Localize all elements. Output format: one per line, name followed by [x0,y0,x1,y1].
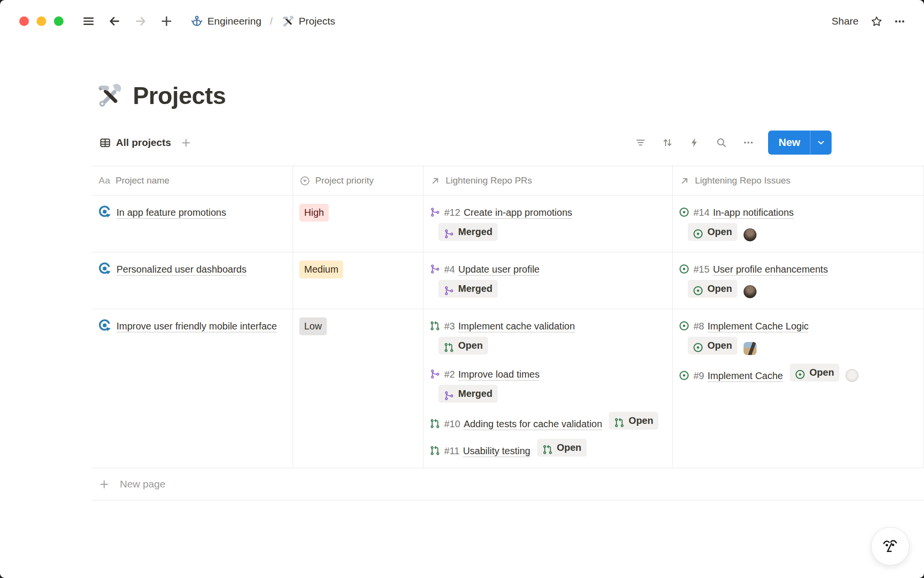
hammer-wrench-page-icon[interactable] [95,82,123,110]
issue-open-icon [679,260,689,270]
assignee-avatar[interactable] [744,285,757,298]
column-header-3[interactable]: Lightening Repo Issues [673,166,924,195]
add-view-button[interactable] [177,133,195,152]
menu-button[interactable] [79,12,98,31]
view-tab-all-projects[interactable]: All projects [98,135,172,151]
prs-cell[interactable]: #12Create in-app promotionsMerged [424,196,673,252]
issues-cell[interactable]: #8Implement Cache LogicOpen#9Implement C… [673,309,924,468]
assignee-avatar[interactable] [846,369,859,382]
forward-button[interactable] [131,12,150,31]
pr-entry: #12Create in-app promotionsMerged [430,202,666,246]
priority-cell[interactable]: Low [293,309,424,468]
project-name-link[interactable]: Personalized user dashboards [116,264,246,276]
database-table: AaProject nameProject priorityLightening… [92,166,924,500]
column-header-1[interactable]: Project priority [293,166,424,195]
external-link-icon [680,176,690,186]
project-name-cell[interactable]: In app feature promotions [92,196,293,252]
search-button[interactable] [711,133,732,152]
pr-status-pill[interactable]: Merged [438,385,498,403]
priority-tag[interactable]: Medium [299,261,343,278]
prs-cell[interactable]: #4Update user profileMerged [424,252,673,309]
issues-cell[interactable]: #15User profile enhancementsOpen [673,252,924,309]
sort-button[interactable] [657,133,678,152]
pr-status-pill[interactable]: Open [609,412,658,430]
pr-status-pill[interactable]: Open [537,439,587,457]
pr-link[interactable]: Improve load times [458,369,539,381]
hammer-wrench-icon [282,15,295,28]
anchor-icon [191,15,203,27]
share-button[interactable]: Share [827,13,863,30]
breadcrumb-page-label: Projects [299,15,335,27]
issue-open-icon [679,367,689,377]
pr-status-pill[interactable]: Merged [438,280,498,298]
status-label: Open [557,439,581,457]
traffic-light-minimize[interactable] [37,16,46,26]
project-icon [98,204,111,217]
pr-link[interactable]: Implement cache validation [458,321,575,332]
git-merge-icon [430,365,440,375]
issue-link[interactable]: User profile enhancements [713,264,828,276]
more-button[interactable] [738,133,758,152]
assignee-avatar[interactable] [744,342,757,355]
column-header-0[interactable]: AaProject name [92,166,293,195]
new-button[interactable]: New [768,131,810,155]
pr-link[interactable]: Create in-app promotions [463,207,572,219]
project-icon [98,261,111,274]
pr-number: #2 [444,369,455,380]
priority-tag[interactable]: High [299,204,329,222]
issue-status-pill[interactable]: Open [688,280,737,298]
project-name-link[interactable]: Improve user friendly mobile interface [116,321,277,332]
pr-number: #11 [444,446,460,456]
project-name-cell[interactable]: Improve user friendly mobile interface [92,309,293,468]
new-page-row[interactable]: New page [92,468,924,500]
pr-link[interactable]: Usability testing [463,446,530,457]
plus-icon [99,479,110,490]
traffic-light-close[interactable] [19,16,29,26]
status-label: Open [809,364,834,381]
issue-status-pill[interactable]: Open [688,337,737,355]
issue-open-icon [679,317,689,327]
automations-button[interactable] [684,133,705,152]
back-button[interactable] [105,12,124,31]
notion-ai-button[interactable] [871,527,910,565]
column-header-2[interactable]: Lightening Repo PRs [424,166,673,195]
issues-cell[interactable]: #14In-app notificationsOpen [673,196,924,252]
pr-link[interactable]: Update user profile [458,264,539,276]
traffic-light-zoom[interactable] [54,16,64,26]
priority-cell[interactable]: High [293,196,424,252]
page-title[interactable]: Projects [133,83,226,109]
breadcrumb-workspace[interactable]: Engineering [188,13,264,29]
breadcrumb-page[interactable]: Projects [279,13,338,30]
favorite-star-icon[interactable] [866,12,886,31]
priority-cell[interactable]: Medium [293,252,424,309]
issue-link[interactable]: Implement Cache Logic [707,321,808,332]
priority-tag[interactable]: Low [299,317,327,335]
status-label: Merged [458,385,492,403]
pr-status-pill[interactable]: Open [438,337,488,355]
git-pr-icon [444,341,454,351]
filter-button[interactable] [630,133,651,152]
issue-status-pill[interactable]: Open [790,364,839,381]
view-toolbar-icons [630,133,758,152]
project-icon [98,318,111,331]
assignee-avatar[interactable] [744,228,757,241]
more-options-icon[interactable] [889,12,910,31]
pr-status-pill[interactable]: Merged [438,223,498,241]
project-name-cell[interactable]: Personalized user dashboards [92,252,293,309]
issue-status-pill[interactable]: Open [688,223,737,241]
issue-link[interactable]: In-app notifications [713,207,794,219]
pr-link[interactable]: Adding tests for cache validation [463,419,602,430]
table-body: In app feature promotionsHigh#12Create i… [92,196,924,468]
prs-cell[interactable]: #3Implement cache validationOpen#2Improv… [424,309,673,468]
git-pr-icon [614,416,624,426]
breadcrumb: Engineering / Projects [188,13,338,30]
column-header-label: Lightening Repo PRs [446,175,532,186]
new-tab-button[interactable] [157,12,176,31]
issue-entry: #9Implement CacheOpen [679,364,917,386]
status-label: Open [707,223,732,241]
project-name-link[interactable]: In app feature promotions [116,207,226,219]
issue-link[interactable]: Implement Cache [707,370,783,382]
pr-entry: #10Adding tests for cache validationOpen [430,412,666,434]
status-label: Open [629,412,653,430]
new-button-dropdown[interactable] [810,131,832,155]
